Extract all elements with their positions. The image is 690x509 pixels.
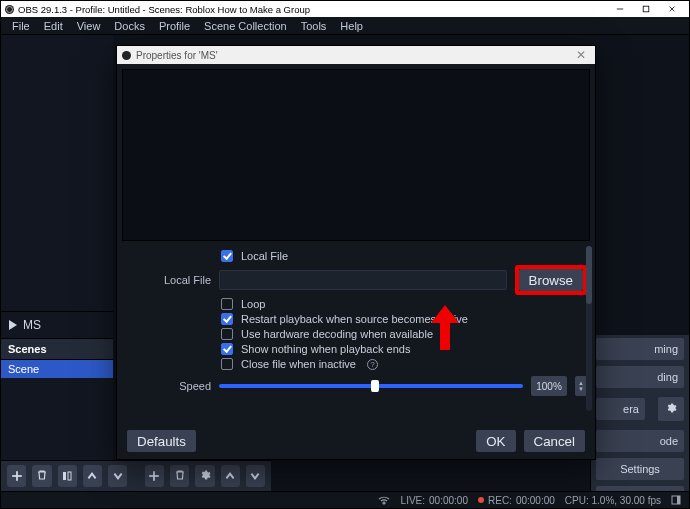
- left-column: MS Scenes Scene: [1, 35, 113, 508]
- live-time: 00:00:00: [429, 495, 468, 506]
- cancel-button[interactable]: Cancel: [524, 430, 586, 452]
- menu-scene-collection[interactable]: Scene Collection: [197, 18, 294, 34]
- status-rec: REC: 00:00:00: [478, 495, 555, 506]
- menu-file[interactable]: File: [5, 18, 37, 34]
- svg-rect-8: [68, 472, 71, 480]
- scene-move-up[interactable]: [83, 465, 102, 487]
- chevron-down-icon: ▼: [578, 386, 584, 392]
- menu-view[interactable]: View: [70, 18, 108, 34]
- status-cpu: CPU: 1.0%, 30.00 fps: [565, 495, 661, 506]
- hwdecode-label: Use hardware decoding when available: [241, 328, 433, 340]
- app-window: OBS 29.1.3 - Profile: Untitled - Scenes:…: [0, 0, 690, 509]
- scene-delete[interactable]: [32, 465, 51, 487]
- speed-label: Speed: [125, 380, 211, 392]
- menu-tools[interactable]: Tools: [294, 18, 334, 34]
- status-dock-icon[interactable]: [671, 495, 681, 505]
- dialog-scrollbar[interactable]: [586, 246, 592, 411]
- browse-button[interactable]: Browse: [519, 269, 583, 291]
- titlebar: OBS 29.1.3 - Profile: Untitled - Scenes:…: [1, 1, 689, 17]
- menu-help[interactable]: Help: [333, 18, 370, 34]
- status-network-icon: [377, 495, 391, 505]
- source-add[interactable]: [145, 465, 164, 487]
- svg-rect-1: [643, 6, 649, 12]
- play-icon: [9, 320, 17, 330]
- live-label: LIVE:: [401, 495, 425, 506]
- local-file-input[interactable]: [219, 270, 507, 290]
- source-delete[interactable]: [170, 465, 189, 487]
- gear-icon: [199, 469, 211, 484]
- scene-filter[interactable]: [58, 465, 77, 487]
- dialog-form: Local File Local File Browse Loop Restar…: [117, 241, 595, 423]
- app-icon: [5, 5, 14, 14]
- loop-label: Loop: [241, 298, 265, 310]
- minimize-button[interactable]: [607, 2, 633, 16]
- status-live: LIVE: 00:00:00: [401, 495, 468, 506]
- properties-dialog: Properties for 'MS' ✕ Local File Local F…: [116, 45, 596, 460]
- show-nothing-label: Show nothing when playback ends: [241, 343, 410, 355]
- current-source-name: MS: [23, 318, 41, 332]
- controls-settings[interactable]: Settings: [596, 458, 684, 480]
- dialog-close-button[interactable]: ✕: [572, 48, 590, 62]
- show-nothing-checkbox[interactable]: [221, 343, 233, 355]
- dialog-title: Properties for 'MS': [136, 50, 218, 61]
- maximize-button[interactable]: [633, 2, 659, 16]
- trash-icon: [36, 469, 48, 484]
- current-source[interactable]: MS: [1, 312, 113, 338]
- source-move-up[interactable]: [221, 465, 240, 487]
- source-properties[interactable]: [195, 465, 214, 487]
- browse-highlight: Browse: [515, 265, 587, 295]
- menu-edit[interactable]: Edit: [37, 18, 70, 34]
- speed-slider[interactable]: [219, 384, 523, 388]
- scene-move-down[interactable]: [108, 465, 127, 487]
- dialog-footer: Defaults OK Cancel: [117, 423, 595, 459]
- record-icon: [478, 497, 484, 503]
- hwdecode-checkbox[interactable]: [221, 328, 233, 340]
- scene-source-toolbar: [1, 460, 271, 491]
- svg-rect-12: [677, 496, 680, 504]
- scene-item[interactable]: Scene: [1, 360, 113, 378]
- trash-icon: [174, 469, 186, 484]
- local-file-check-label: Local File: [241, 250, 288, 262]
- menu-docks[interactable]: Docks: [107, 18, 152, 34]
- status-bar: LIVE: 00:00:00 REC: 00:00:00 CPU: 1.0%, …: [1, 491, 689, 508]
- restart-checkbox[interactable]: [221, 313, 233, 325]
- source-move-down[interactable]: [246, 465, 265, 487]
- svg-rect-7: [63, 472, 66, 480]
- defaults-button[interactable]: Defaults: [127, 430, 196, 452]
- help-icon[interactable]: ?: [367, 359, 378, 370]
- controls-dock: ming ding era ode Settings Exit: [590, 335, 689, 491]
- menubar: File Edit View Docks Profile Scene Colle…: [1, 17, 689, 35]
- controls-ding[interactable]: ding: [596, 366, 684, 388]
- close-button[interactable]: [659, 2, 685, 16]
- app-icon: [122, 51, 131, 60]
- speed-value: 100%: [531, 376, 567, 396]
- dialog-titlebar: Properties for 'MS' ✕: [117, 46, 595, 64]
- close-inactive-label: Close file when inactive: [241, 358, 356, 370]
- source-preview: [122, 69, 590, 241]
- local-file-label: Local File: [125, 274, 211, 286]
- gear-icon: [665, 402, 677, 416]
- window-title: OBS 29.1.3 - Profile: Untitled - Scenes:…: [18, 4, 310, 15]
- controls-ode[interactable]: ode: [596, 430, 684, 452]
- menu-profile[interactable]: Profile: [152, 18, 197, 34]
- ok-button[interactable]: OK: [476, 430, 515, 452]
- rec-time: 00:00:00: [516, 495, 555, 506]
- local-file-checkbox[interactable]: [221, 250, 233, 262]
- scenes-header: Scenes: [1, 338, 113, 360]
- loop-checkbox[interactable]: [221, 298, 233, 310]
- controls-ming[interactable]: ming: [596, 338, 684, 360]
- restart-label: Restart playback when source becomes act…: [241, 313, 468, 325]
- controls-era[interactable]: era: [596, 398, 645, 420]
- rec-label: REC:: [488, 495, 512, 506]
- scene-add[interactable]: [7, 465, 26, 487]
- close-inactive-checkbox[interactable]: [221, 358, 233, 370]
- controls-gear[interactable]: [658, 397, 684, 421]
